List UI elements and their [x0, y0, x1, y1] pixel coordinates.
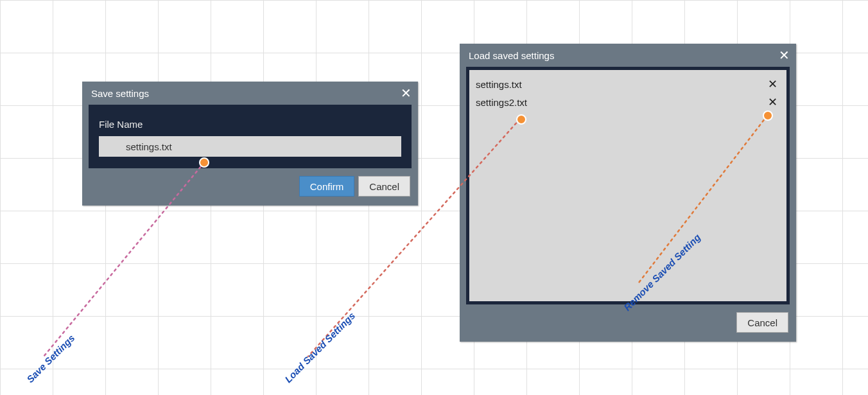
close-icon[interactable]: ✕ [779, 49, 790, 62]
filename-label: File Name [99, 119, 401, 130]
save-dialog-buttons: Confirm Cancel [82, 168, 418, 206]
list-item-label: settings.txt [476, 79, 522, 90]
list-item-label: settings2.txt [476, 97, 527, 108]
save-settings-dialog: Save settings ✕ File Name Confirm Cancel [82, 82, 418, 206]
cancel-button[interactable]: Cancel [736, 312, 788, 333]
confirm-button[interactable]: Confirm [299, 176, 355, 197]
annotation-dot [199, 157, 209, 168]
annotation-dot [516, 114, 526, 125]
list-item[interactable]: settings2.txt ✕ [476, 93, 780, 111]
load-dialog-titlebar[interactable]: Load saved settings ✕ [460, 44, 796, 67]
remove-item-icon[interactable]: ✕ [765, 95, 780, 109]
save-dialog-body: File Name [89, 105, 412, 168]
remove-item-icon[interactable]: ✕ [765, 77, 780, 91]
cancel-button[interactable]: Cancel [358, 176, 410, 197]
save-dialog-title: Save settings [91, 88, 149, 99]
saved-settings-list: settings.txt ✕ settings2.txt ✕ [466, 67, 790, 304]
load-dialog-title: Load saved settings [469, 50, 554, 61]
list-item[interactable]: settings.txt ✕ [476, 75, 780, 93]
save-dialog-titlebar[interactable]: Save settings ✕ [82, 82, 418, 105]
close-icon[interactable]: ✕ [401, 87, 412, 100]
annotation-dot [763, 110, 773, 121]
filename-input[interactable] [99, 136, 401, 157]
load-settings-dialog: Load saved settings ✕ settings.txt ✕ set… [460, 44, 796, 342]
